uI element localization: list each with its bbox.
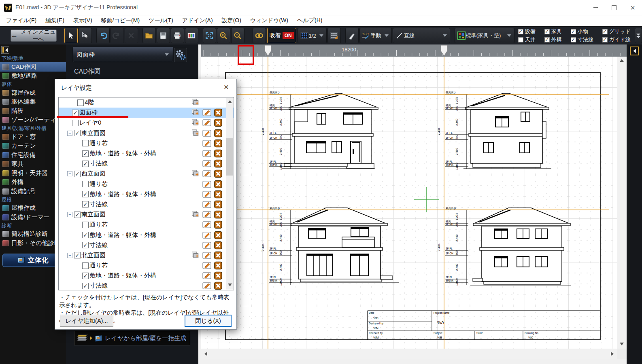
display-checkbox-グリッド[interactable]: ✓グリッド [602,28,631,35]
menu-item[interactable]: ウィンドウ(W) [246,15,293,26]
add-layer-button[interactable]: レイヤ追加(A)... [60,315,113,327]
display-checkbox-家具[interactable]: ✓家具 [544,28,562,35]
horizontal-ruler[interactable]: 18200 [201,44,627,57]
grid-scale-dropdown[interactable]: 1/2 [298,28,327,43]
collapse-minus-icon[interactable]: − [67,253,72,258]
layer-checkbox[interactable]: ✓ [82,242,89,248]
redo-button[interactable] [111,28,124,43]
menu-item[interactable]: 表示(V) [69,15,97,26]
menu-item[interactable]: アドイン(A) [178,15,217,26]
layer-checkbox[interactable] [72,120,79,126]
scroll-up-icon[interactable] [620,59,624,62]
layer-row-敷地・道路・躯体・外構[interactable]: ✓敷地・道路・躯体・外構 [59,189,234,199]
layer-checkbox[interactable] [82,262,89,269]
delete-layer-icon[interactable] [213,108,224,117]
layer-checkbox[interactable]: ✓ [74,252,81,258]
layer-row-西立面図[interactable]: −✓西立面図 [59,169,234,179]
edit-layer-icon[interactable] [201,149,213,158]
vertical-scrollbar[interactable] [617,57,627,349]
delete-layer-icon[interactable] [213,139,224,148]
menu-item[interactable]: ヘルプ(H) [293,15,327,26]
layer-row-寸法線[interactable]: ✓寸法線 [59,199,234,210]
drawing-canvas[interactable]: 最高高さ軒高2F CH2F FL1F CH1F FL基礎高1,2742502,4… [201,57,617,349]
display-checkbox-小物[interactable]: ✓小物 [571,28,593,35]
display-checkbox-ガイド線[interactable]: ✓ガイド線 [602,36,631,43]
undo-button[interactable] [96,28,110,43]
scroll-left-icon[interactable] [204,352,207,356]
delete-layer-icon[interactable] [213,281,224,290]
scroll-down-icon[interactable] [620,343,624,345]
edit-layer-icon[interactable] [201,251,213,260]
layer-row-通り芯[interactable]: 通り芯 [59,179,234,189]
layer-list-scrollbar[interactable] [226,98,233,290]
copy-layer-icon[interactable] [190,129,201,138]
layer-checkbox[interactable]: ✓ [82,283,89,289]
layer-row-寸法線[interactable]: ✓寸法線 [59,281,234,290]
edit-layer-icon[interactable] [201,210,213,219]
layer-row-敷地・道路・躯体・外構[interactable]: ✓敷地・道路・躯体・外構 [59,148,234,159]
layer-row-4階[interactable]: 4階 [59,97,234,108]
edit-layer-icon[interactable] [201,129,213,138]
display-checkbox-外構[interactable]: ✓外構 [544,36,562,43]
delete-layer-icon[interactable] [213,129,224,138]
edit-layer-icon[interactable] [201,180,213,188]
layer-checkbox[interactable]: ✓ [82,191,89,197]
sidebar-item-CAD作図[interactable]: CAD作図 [0,62,66,72]
pbd-export-button[interactable] [185,28,198,43]
menu-item[interactable]: ツール(T) [144,15,178,26]
layer-row-北立面図[interactable]: −✓北立面図 [59,250,234,260]
edit-layer-icon[interactable] [201,169,213,178]
zoom-out-button[interactable] [231,28,244,43]
delete-layer-icon[interactable] [213,149,224,158]
layer-checkbox[interactable] [82,140,89,146]
layer-row-敷地・道路・躯体・外構[interactable]: ✓敷地・道路・躯体・外構 [59,271,234,281]
open-file-button[interactable] [142,28,156,43]
delete-layer-icon[interactable] [213,271,224,280]
dimension-mode-dropdown[interactable]: 123手動 [359,28,392,43]
edit-layer-icon[interactable] [201,231,213,239]
delete-layer-icon[interactable] [213,190,224,199]
layer-checkbox[interactable]: ✓ [82,161,89,167]
edit-layer-icon[interactable] [201,159,213,168]
edit-layer-icon[interactable] [201,241,213,250]
dialog-close-icon[interactable]: × [219,81,233,93]
edit-layer-icon[interactable] [201,200,213,209]
delete-layer-icon[interactable] [213,241,224,250]
generate-rooms-from-layer-button[interactable]: レイヤから部屋/壁を一括生成 [74,331,190,345]
layer-checkbox[interactable] [77,99,84,106]
copy-layer-icon[interactable] [190,210,201,219]
layer-checkbox[interactable]: ✓ [82,273,89,279]
display-checkbox-天井[interactable]: 天井 [518,36,536,43]
delete-layer-icon[interactable] [213,200,224,209]
line-type-dropdown[interactable]: 直線 [393,28,450,43]
delete-layer-icon[interactable] [213,251,224,260]
minimize-button[interactable] [586,0,605,15]
select-tool[interactable] [64,28,78,43]
layer-row-敷地・道路・躯体・外構[interactable]: ✓敷地・道路・躯体・外構 [59,230,234,240]
display-checkbox-寸法線[interactable]: ✓寸法線 [571,36,593,43]
zoom-in-button[interactable] [217,28,230,43]
snap-toggle-button[interactable]: 吸着ON [267,28,296,43]
edit-layer-icon[interactable] [201,108,213,117]
display-mode-dropdown[interactable]: 標準(家具・塗) [455,28,514,43]
list-scroll-up-icon[interactable] [228,100,232,103]
maximize-button[interactable] [605,0,623,15]
delete-layer-icon[interactable] [213,159,224,168]
edit-layer-icon[interactable] [201,119,213,127]
layer-checkbox[interactable]: ✓ [72,110,79,116]
layer-checkbox[interactable] [82,181,89,187]
save-button[interactable] [157,28,170,43]
right-panel-collapse-icon[interactable] [630,47,639,55]
menu-item[interactable]: ファイル(F) [2,15,41,26]
layer-checkbox[interactable]: ✓ [74,212,81,218]
edit-layer-icon[interactable] [201,281,213,290]
toolbar-more-button[interactable] [635,28,642,43]
multi-select-tool[interactable] [79,28,92,43]
measure-tool-button[interactable] [345,28,359,43]
layer-row-寸法線[interactable]: ✓寸法線 [59,159,234,169]
scrollbar-thumb[interactable] [226,138,233,176]
collapse-minus-icon[interactable]: − [67,212,72,217]
layer-checkbox[interactable]: ✓ [82,201,89,207]
menu-item[interactable]: 設定(O) [217,15,246,26]
delete-layer-icon[interactable] [213,210,224,219]
